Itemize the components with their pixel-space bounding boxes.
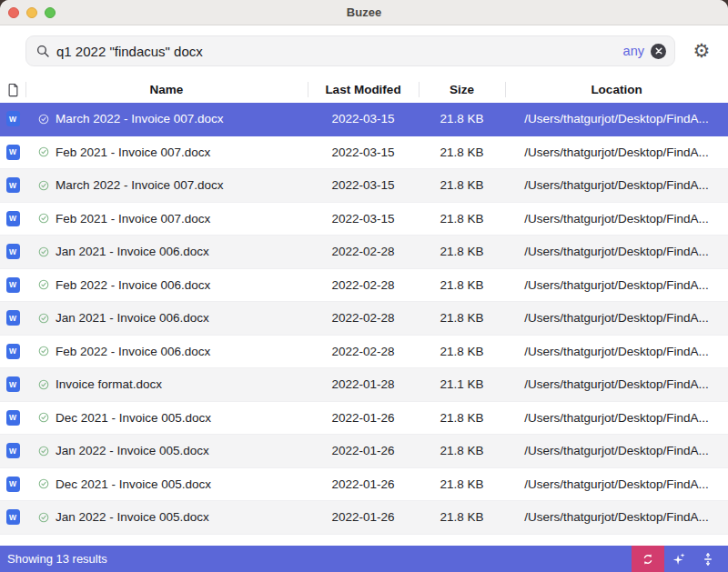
- results-body: W March 2022 - Invoice 007.docx 2022-03-…: [0, 103, 728, 535]
- file-size: 21.8 KB: [419, 212, 505, 226]
- word-file-icon: W: [6, 145, 20, 160]
- table-row[interactable]: W March 2022 - Invoice 007.docx 2022-03-…: [0, 103, 728, 136]
- file-location: /Users/thatgurjot/Desktop/FindA...: [505, 278, 728, 292]
- file-name: March 2022 - Invoice 007.docx: [56, 112, 224, 125]
- check-circle-icon: [38, 146, 49, 157]
- settings-gear-icon[interactable]: ⚙: [690, 42, 713, 61]
- results-count-text: Showing 13 results: [0, 552, 632, 566]
- file-modified-date: 2022-01-26: [308, 444, 419, 457]
- file-name: Feb 2022 - Invoice 006.docx: [56, 345, 210, 358]
- search-input-container[interactable]: q1 2022 "findacus" docx any: [25, 35, 675, 66]
- table-row[interactable]: W Jan 2021 - Invoice 006.docx 2022-02-28…: [0, 236, 728, 269]
- file-modified-date: 2022-03-15: [308, 212, 419, 226]
- table-row[interactable]: W Invoice format.docx 2022-01-28 21.1 KB…: [0, 368, 728, 402]
- file-name: Jan 2021 - Invoice 006.docx: [56, 245, 209, 258]
- word-file-icon: W: [6, 211, 20, 226]
- file-name: March 2022 - Invoice 007.docx: [56, 178, 224, 192]
- refresh-button[interactable]: [632, 546, 664, 572]
- check-circle-icon: [38, 478, 49, 489]
- file-size: 21.8 KB: [419, 178, 505, 192]
- traffic-lights: [8, 0, 56, 25]
- file-location: /Users/thatgurjot/Desktop/FindA...: [505, 477, 728, 491]
- file-location: /Users/thatgurjot/Desktop/FindA...: [505, 411, 728, 425]
- status-bar-actions: [632, 546, 728, 572]
- check-circle-icon: [38, 379, 49, 390]
- file-name: Invoice format.docx: [56, 377, 162, 391]
- file-modified-date: 2022-01-26: [308, 477, 419, 491]
- file-size: 21.1 KB: [419, 377, 505, 391]
- table-row[interactable]: W Feb 2022 - Invoice 006.docx 2022-02-28…: [0, 336, 728, 369]
- close-button[interactable]: [8, 7, 19, 18]
- file-size: 21.8 KB: [419, 411, 505, 425]
- table-row[interactable]: W Feb 2021 - Invoice 007.docx 2022-03-15…: [0, 203, 728, 236]
- refresh-icon: [641, 552, 655, 567]
- file-size: 21.8 KB: [419, 345, 505, 358]
- file-name: Feb 2021 - Invoice 007.docx: [56, 212, 210, 226]
- word-file-icon: W: [6, 177, 20, 193]
- check-circle-icon: [38, 180, 49, 191]
- word-file-icon: W: [6, 244, 20, 259]
- results-table: Name Last Modifed Size Location W March …: [0, 76, 728, 546]
- check-circle-icon: [38, 213, 49, 224]
- file-size: 21.8 KB: [419, 245, 505, 258]
- minimize-button[interactable]: [26, 7, 37, 18]
- table-row[interactable]: W Dec 2021 - Invoice 005.docx 2022-01-26…: [0, 468, 728, 502]
- file-size: 21.8 KB: [419, 311, 505, 325]
- filter-type-badge[interactable]: any: [623, 44, 644, 58]
- file-size: 21.8 KB: [419, 477, 505, 491]
- file-size: 21.8 KB: [419, 444, 505, 457]
- file-modified-date: 2022-01-28: [308, 377, 419, 391]
- table-row[interactable]: W Feb 2021 - Invoice 007.docx 2022-03-15…: [0, 136, 728, 170]
- check-circle-icon: [38, 114, 49, 125]
- search-bar-section: q1 2022 "findacus" docx any ⚙: [0, 25, 728, 76]
- table-row[interactable]: W Jan 2022 - Invoice 005.docx 2022-01-26…: [0, 501, 728, 535]
- column-header-location[interactable]: Location: [505, 76, 728, 103]
- file-size: 21.8 KB: [419, 146, 505, 159]
- file-modified-date: 2022-02-28: [308, 245, 419, 258]
- document-icon: [6, 82, 20, 98]
- file-modified-date: 2022-03-15: [308, 178, 419, 192]
- file-size: 21.8 KB: [419, 510, 505, 524]
- file-modified-date: 2022-03-15: [308, 112, 419, 125]
- word-file-icon: W: [6, 376, 20, 392]
- file-location: /Users/thatgurjot/Desktop/FindA...: [505, 245, 728, 258]
- check-circle-icon: [38, 279, 49, 290]
- fullscreen-button[interactable]: [45, 7, 56, 18]
- vertical-expand-icon: [701, 552, 715, 567]
- status-bar: Showing 13 results: [0, 546, 728, 572]
- file-name: Jan 2021 - Invoice 006.docx: [56, 311, 209, 325]
- search-input[interactable]: q1 2022 "findacus" docx: [56, 44, 617, 59]
- file-name: Jan 2022 - Invoice 005.docx: [56, 510, 209, 524]
- table-row[interactable]: W Dec 2021 - Invoice 005.docx 2022-01-26…: [0, 402, 728, 436]
- file-name: Feb 2022 - Invoice 006.docx: [56, 278, 210, 292]
- file-modified-date: 2022-02-28: [308, 278, 419, 292]
- window-title: Buzee: [347, 5, 381, 19]
- file-modified-date: 2022-03-15: [308, 146, 419, 159]
- column-header-name[interactable]: Name: [25, 76, 308, 103]
- file-size: 21.8 KB: [419, 112, 505, 125]
- file-location: /Users/thatgurjot/Desktop/FindA...: [505, 112, 728, 125]
- column-header-filetype[interactable]: [0, 76, 25, 103]
- file-location: /Users/thatgurjot/Desktop/FindA...: [505, 146, 728, 159]
- file-location: /Users/thatgurjot/Desktop/FindA...: [505, 377, 728, 391]
- expand-results-button[interactable]: [693, 546, 723, 572]
- clear-search-button[interactable]: [651, 44, 666, 59]
- check-circle-icon: [38, 512, 49, 523]
- file-modified-date: 2022-02-28: [308, 311, 419, 325]
- file-location: /Users/thatgurjot/Desktop/FindA...: [505, 212, 728, 226]
- check-circle-icon: [38, 346, 49, 356]
- file-size: 21.8 KB: [419, 278, 505, 292]
- word-file-icon: W: [6, 310, 20, 326]
- table-header: Name Last Modifed Size Location: [0, 76, 728, 103]
- word-file-icon: W: [6, 111, 20, 126]
- column-header-modified[interactable]: Last Modifed: [308, 76, 419, 103]
- column-header-size[interactable]: Size: [419, 76, 505, 103]
- sparkles-ai-button[interactable]: [664, 546, 693, 572]
- file-modified-date: 2022-01-26: [308, 411, 419, 425]
- table-row[interactable]: W March 2022 - Invoice 007.docx 2022-03-…: [0, 169, 728, 203]
- table-row[interactable]: W Jan 2021 - Invoice 006.docx 2022-02-28…: [0, 302, 728, 336]
- check-circle-icon: [38, 313, 49, 324]
- table-row[interactable]: W Feb 2022 - Invoice 006.docx 2022-02-28…: [0, 269, 728, 303]
- file-modified-date: 2022-02-28: [308, 345, 419, 358]
- table-row[interactable]: W Jan 2022 - Invoice 005.docx 2022-01-26…: [0, 435, 728, 468]
